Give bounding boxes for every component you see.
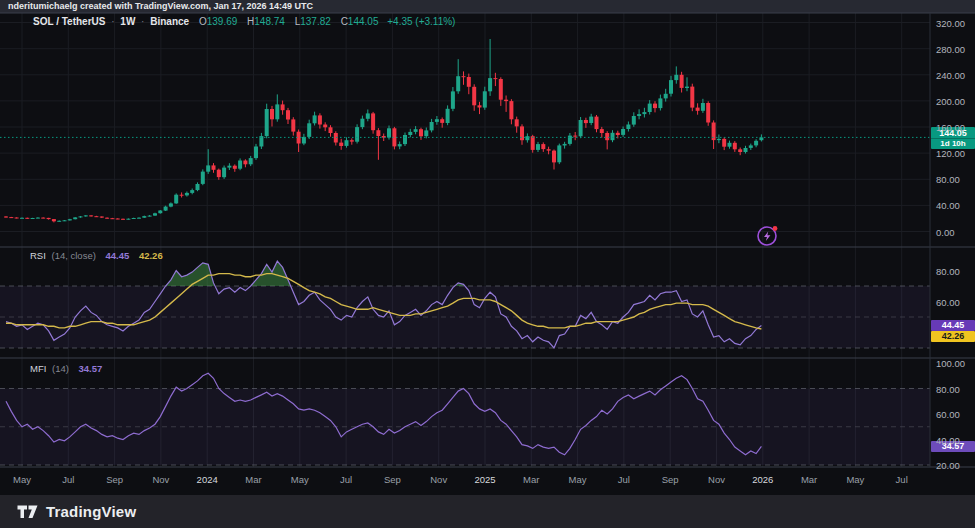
lightning-icon — [755, 222, 781, 248]
time-axis-label: Mar — [523, 474, 539, 485]
rsi-params: (14, close) — [51, 250, 95, 261]
mfi-title: MFI — [30, 363, 46, 374]
rsi-value: 44.45 — [105, 250, 129, 261]
footer-bar: TradingView — [0, 495, 975, 528]
price-axis-label: 320.00 — [936, 17, 965, 28]
separator-dot: · — [141, 16, 144, 27]
rsi-title: RSI — [30, 250, 46, 261]
price-axis-label: 40.00 — [936, 200, 960, 211]
price-axis-label: 120.00 — [936, 148, 965, 159]
time-axis-label: Jul — [62, 474, 74, 485]
rsi-pane-legend[interactable]: RSI (14, close) 44.45 42.26 — [30, 250, 163, 261]
mfi-axis-label: 60.00 — [936, 409, 960, 420]
change-value: +4.35 (+3.11%) — [387, 16, 455, 27]
time-axis-label: Nov — [708, 474, 725, 485]
price-axis-label: 80.00 — [936, 174, 960, 185]
separator-dot: · — [111, 16, 114, 27]
bar-countdown: 1d 10h — [931, 138, 975, 148]
time-axis-label: May — [569, 474, 587, 485]
rsi-ma-value: 42.26 — [139, 250, 163, 261]
mfi-axis-label: 20.00 — [936, 460, 960, 471]
time-axis-label: May — [13, 474, 31, 485]
mfi-axis-label: 80.00 — [936, 383, 960, 394]
rsi-axis-label: 60.00 — [936, 296, 960, 307]
time-axis-label: Jul — [340, 474, 352, 485]
time-axis-label: Jul — [618, 474, 630, 485]
chart-canvas[interactable] — [0, 0, 975, 528]
notification-dot — [773, 226, 778, 231]
tradingview-brand-text[interactable]: TradingView — [46, 503, 136, 520]
time-axis-label: May — [846, 474, 864, 485]
exchange-label: Binance — [150, 16, 189, 27]
high-value: 148.74 — [254, 16, 285, 27]
tradingview-logo-icon[interactable] — [17, 503, 38, 520]
flash-reaction-button[interactable] — [755, 222, 781, 248]
rsi-ma-value-badge: 42.26 — [931, 331, 975, 342]
price-axis-label: 240.00 — [936, 69, 965, 80]
close-value: 144.05 — [348, 16, 379, 27]
price-axis-label: 160.00 — [936, 122, 965, 133]
price-axis-label: 0.00 — [936, 226, 955, 237]
time-axis-label: Nov — [430, 474, 447, 485]
time-axis-label: May — [291, 474, 309, 485]
time-axis-label: 2026 — [752, 474, 773, 485]
mfi-value: 34.57 — [79, 363, 103, 374]
symbol-title: SOL / TetherUS — [33, 16, 105, 27]
interval-label: 1W — [120, 16, 135, 27]
time-axis-label: 2025 — [474, 474, 495, 485]
price-axis-label: 200.00 — [936, 95, 965, 106]
time-axis-label: Nov — [152, 474, 169, 485]
time-axis-label: 2024 — [197, 474, 218, 485]
price-axis[interactable] — [930, 13, 975, 467]
time-axis-label: Sep — [384, 474, 401, 485]
time-axis-label: Sep — [106, 474, 123, 485]
price-axis-label: 280.00 — [936, 43, 965, 54]
close-label: C — [341, 16, 348, 27]
mfi-axis-label: 40.00 — [936, 434, 960, 445]
tradingview-chart-window: nderitumichaelg created with TradingView… — [0, 0, 975, 528]
time-axis-label: Mar — [801, 474, 817, 485]
time-axis-label: Mar — [245, 474, 261, 485]
rsi-axis-label: 80.00 — [936, 265, 960, 276]
open-value: 139.69 — [207, 16, 238, 27]
symbol-ohlc-row[interactable]: SOL / TetherUS · 1W · Binance O139.69 H1… — [33, 16, 455, 27]
time-axis-label: Jul — [896, 474, 908, 485]
rsi-value-badge: 44.45 — [931, 320, 975, 331]
open-label: O — [199, 16, 207, 27]
mfi-pane-legend[interactable]: MFI (14) 34.57 — [30, 363, 102, 374]
mfi-axis-label: 100.00 — [936, 358, 965, 369]
time-axis-label: Sep — [662, 474, 679, 485]
low-value: 137.82 — [300, 16, 331, 27]
mfi-params: (14) — [52, 363, 69, 374]
